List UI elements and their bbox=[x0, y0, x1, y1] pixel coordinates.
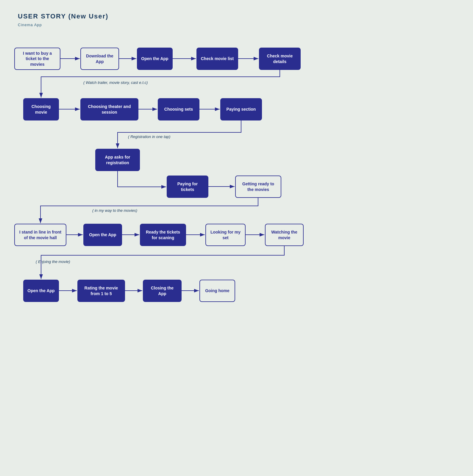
node-choosing-theater: Choosing theater and session bbox=[80, 98, 138, 120]
node-ready-tickets: Ready the tickets for scaning bbox=[140, 224, 186, 246]
node-open-app-1: Open the App bbox=[137, 48, 173, 70]
node-paying-tickets: Paying for tickets bbox=[167, 176, 208, 198]
node-going-home: Going home bbox=[199, 280, 235, 302]
page-subtitle: Cinema App bbox=[18, 23, 42, 27]
page-title: USER STORY (New User) bbox=[18, 12, 108, 20]
label-registration: ( Registration in one tap) bbox=[128, 134, 170, 139]
node-watching: Watching the movie bbox=[265, 224, 304, 246]
node-want-ticket: I want to buy a ticket to the movies bbox=[14, 48, 60, 70]
node-choosing-sets: Choosing sets bbox=[158, 98, 199, 120]
node-paying-section: Paying section bbox=[220, 98, 262, 120]
node-download-app: Download the App bbox=[80, 48, 119, 70]
node-app-registration: App asks for registration bbox=[95, 149, 140, 171]
label-trailer: ( Watch trailer, movie story, cast e.t.c… bbox=[83, 80, 148, 85]
node-closing: Closing the App bbox=[143, 280, 182, 302]
node-looking-set: Looking for my set bbox=[205, 224, 246, 246]
node-stand-line: I stand in line in front of the movie ha… bbox=[14, 224, 66, 246]
node-check-list: Check movie list bbox=[196, 48, 238, 70]
label-enjoying: ( Enjoing the movie) bbox=[36, 259, 70, 264]
node-choosing-movie: Choosing movie bbox=[23, 98, 59, 120]
node-open-app-3: Open the App bbox=[23, 280, 59, 302]
label-way: ( in my way to the movies) bbox=[92, 208, 137, 213]
node-check-details: Check movie details bbox=[259, 48, 301, 70]
node-rating: Rating the movie from 1 to 5 bbox=[77, 280, 125, 302]
node-open-app-2: Open the App bbox=[83, 224, 122, 246]
node-getting-ready: Getting ready to the movies bbox=[235, 176, 281, 198]
